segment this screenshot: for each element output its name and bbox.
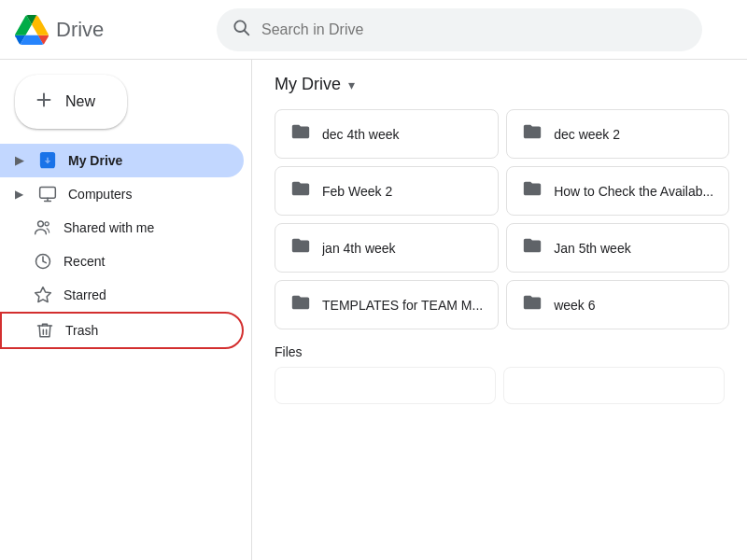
svg-line-1 — [245, 31, 249, 35]
folder-icon — [522, 178, 543, 203]
file-item-2[interactable] — [503, 367, 725, 404]
folder-name-templates: TEMPLATES for TEAM M... — [322, 298, 483, 313]
folder-item-decweek2[interactable]: dec week 2 — [506, 109, 729, 159]
chevron-right-icon: ▶ — [15, 154, 23, 167]
chevron-right-icon: ▶ — [15, 188, 23, 201]
new-button-label: New — [65, 93, 95, 110]
folder-item-febweek2[interactable]: Feb Week 2 — [275, 166, 499, 216]
sidebar-item-label-computers: Computers — [68, 187, 132, 202]
svg-point-8 — [45, 222, 49, 226]
files-section-label: Files — [275, 344, 725, 359]
folder-icon — [290, 178, 311, 203]
shared-icon — [34, 218, 52, 237]
folder-name-jan5th: Jan 5th week — [554, 241, 631, 256]
body: New ▶ My Drive ▶ — [0, 60, 747, 560]
folder-icon — [290, 235, 311, 260]
logo-area: Drive — [15, 13, 202, 47]
sidebar-item-label-starred: Starred — [63, 287, 106, 302]
sidebar-item-label-shared: Shared with me — [63, 220, 154, 235]
files-grid — [275, 367, 725, 404]
search-bar[interactable] — [217, 8, 702, 51]
folder-name-decweek2: dec week 2 — [554, 127, 620, 142]
folder-icon — [522, 121, 543, 147]
computers-icon — [38, 185, 57, 203]
plus-icon — [34, 90, 54, 114]
sidebar-item-label-recent: Recent — [63, 254, 105, 269]
drive-title: My Drive — [275, 75, 341, 94]
search-input[interactable] — [261, 21, 687, 38]
folder-name-howtoc: How to Check the Availab... — [554, 184, 713, 199]
my-drive-icon — [38, 151, 57, 170]
sidebar: New ▶ My Drive ▶ — [0, 60, 252, 560]
trash-icon — [35, 321, 54, 340]
folder-item-jan5th[interactable]: Jan 5th week — [506, 223, 729, 273]
folder-item-week6[interactable]: week 6 — [506, 280, 729, 329]
sidebar-item-computers[interactable]: ▶ Computers — [0, 177, 244, 211]
new-button[interactable]: New — [15, 75, 127, 129]
folder-item-howtoc[interactable]: How to Check the Availab... — [506, 166, 729, 216]
folder-icon — [290, 121, 311, 147]
folder-icon — [522, 235, 543, 260]
sidebar-item-starred[interactable]: Starred — [0, 278, 244, 312]
main-content: My Drive ▾ dec 4th week dec wee — [252, 60, 747, 560]
folder-name-jan4th: jan 4th week — [322, 241, 396, 256]
folder-icon — [290, 292, 311, 317]
sidebar-item-label-trash: Trash — [65, 323, 98, 338]
starred-icon — [34, 286, 52, 304]
dropdown-icon[interactable]: ▾ — [348, 77, 355, 92]
folder-name-dec4th: dec 4th week — [322, 127, 400, 142]
sidebar-item-shared[interactable]: Shared with me — [0, 211, 244, 245]
drive-header: My Drive ▾ — [275, 75, 725, 94]
folder-item-jan4th[interactable]: jan 4th week — [275, 223, 499, 273]
folder-icon — [522, 292, 543, 317]
folder-item-dec4th[interactable]: dec 4th week — [275, 109, 499, 159]
sidebar-item-recent[interactable]: Recent — [0, 245, 244, 278]
sidebar-item-my-drive[interactable]: ▶ My Drive — [0, 144, 244, 177]
sidebar-item-trash[interactable]: Trash — [0, 312, 244, 349]
svg-rect-5 — [42, 155, 53, 162]
folder-name-week6: week 6 — [554, 298, 595, 313]
file-item-1[interactable] — [275, 367, 496, 404]
svg-rect-6 — [40, 188, 56, 199]
search-icon — [232, 18, 250, 41]
folder-item-templates[interactable]: TEMPLATES for TEAM M... — [275, 280, 499, 329]
svg-marker-10 — [35, 287, 51, 302]
folders-grid: dec 4th week dec week 2 Feb Week 2 — [275, 109, 725, 329]
header: Drive — [0, 0, 747, 60]
sidebar-item-label-my-drive: My Drive — [68, 153, 122, 168]
logo-text: Drive — [56, 18, 104, 42]
folder-name-febweek2: Feb Week 2 — [322, 184, 392, 199]
recent-icon — [34, 252, 52, 271]
drive-logo-icon — [15, 13, 49, 47]
svg-point-7 — [38, 221, 44, 227]
